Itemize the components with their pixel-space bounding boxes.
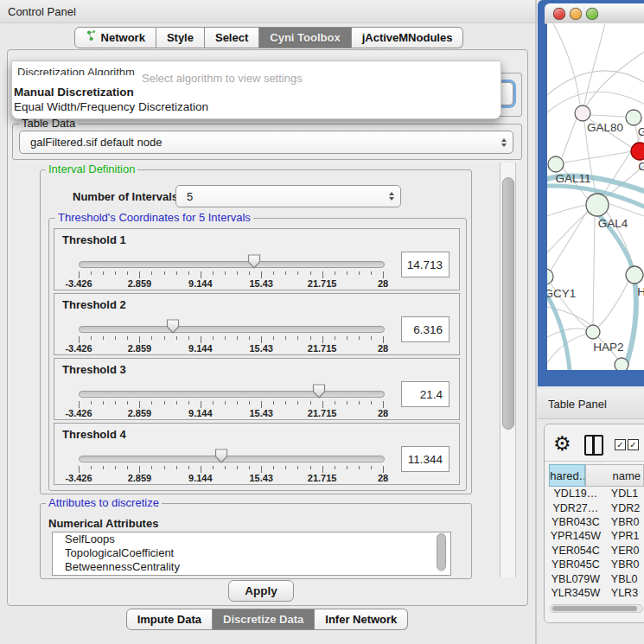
network-edge[interactable]	[547, 71, 644, 95]
zoom-traffic-light[interactable]	[586, 8, 598, 20]
close-traffic-light[interactable]	[553, 8, 565, 20]
table-row[interactable]: YPR145WYPR1	[549, 529, 644, 543]
network-node-g[interactable]	[626, 110, 641, 125]
cell-shared-name[interactable]: YDR27…	[549, 502, 603, 514]
network-node-unlabeled[interactable]	[615, 358, 628, 370]
network-node-hap2[interactable]	[586, 325, 600, 339]
threshold-value-field[interactable]: 11.344	[401, 446, 450, 472]
network-node-h[interactable]	[626, 266, 643, 284]
network-edge[interactable]	[562, 118, 577, 157]
cell-shared-name[interactable]: YPR145W	[549, 530, 603, 542]
checkbox-icon[interactable]: ✓	[628, 439, 639, 450]
cell-shared-name[interactable]: YIL052C	[549, 601, 603, 603]
cell-shared-name[interactable]: YBR045C	[549, 558, 603, 571]
threshold-value-field[interactable]: 14.713	[401, 252, 450, 277]
network-node-c[interactable]	[631, 143, 644, 160]
cell-name[interactable]: YLR3	[603, 587, 644, 599]
table-row[interactable]: YER054CYER0	[549, 544, 644, 558]
network-edge[interactable]	[547, 205, 586, 216]
network-edge[interactable]	[547, 212, 589, 252]
list-scrollbar[interactable]	[437, 533, 446, 572]
slider-track[interactable]	[79, 456, 385, 462]
cell-shared-name[interactable]: YDL19…	[549, 488, 603, 500]
network-edge[interactable]	[553, 23, 580, 105]
tab-impute-data[interactable]: Impute Data	[126, 609, 213, 630]
cell-shared-name[interactable]: YLR345W	[549, 587, 603, 599]
network-edge[interactable]	[598, 281, 628, 327]
slider-track[interactable]	[79, 261, 385, 268]
network-node-gal4[interactable]	[586, 194, 609, 216]
network-edge[interactable]	[586, 52, 644, 106]
network-edge[interactable]	[547, 92, 644, 112]
table-row[interactable]: YIL052CYIL0	[549, 600, 644, 603]
network-edge-thick[interactable]	[624, 279, 636, 370]
network-node-gal11[interactable]	[548, 156, 564, 172]
table-row[interactable]: YBR045CYBR0	[549, 558, 644, 571]
slider-track[interactable]	[79, 391, 385, 398]
checkbox-icon[interactable]: ✓	[615, 439, 626, 450]
network-edge[interactable]	[593, 216, 595, 325]
split-panel-icon[interactable]	[584, 435, 603, 456]
slider-thumb[interactable]	[247, 254, 261, 272]
tab-cyni-toolbox[interactable]: Cyni Toolbox	[259, 27, 351, 48]
tab-discretize-data[interactable]: Discretize Data	[213, 609, 315, 630]
column-header-shared-name[interactable]: shared…	[549, 464, 585, 487]
cell-shared-name[interactable]: YER054C	[549, 545, 603, 557]
dropdown-item-equal-width-frequency[interactable]: Equal Width/Frequency Discretization	[14, 100, 208, 113]
threshold-value-field[interactable]: 21.4	[401, 381, 450, 407]
network-graph[interactable]: GAL80GCGAL11GAL4GCY1HHAP2	[547, 23, 644, 370]
slider-thumb[interactable]	[214, 449, 228, 467]
panel-scrollbar-thumb[interactable]	[502, 177, 514, 430]
cell-name[interactable]: YER0	[603, 545, 644, 557]
numerical-attributes-list[interactable]: SelfLoopsTopologicalCoefficientBetweenne…	[52, 532, 451, 576]
tab-jactivemnodules[interactable]: jActiveMNodules	[352, 27, 464, 48]
list-scrollbar-thumb[interactable]	[437, 533, 446, 571]
network-edge[interactable]	[590, 115, 626, 117]
table-row[interactable]: YBL079WYBL0	[549, 571, 644, 585]
cell-name[interactable]: YBL0	[603, 573, 644, 585]
tick-label: 9.144	[188, 343, 213, 354]
tab-infer-network[interactable]: Infer Network	[315, 609, 408, 630]
network-edge[interactable]	[551, 210, 588, 271]
network-edge[interactable]	[564, 151, 632, 163]
dropdown-item-manual-discretization[interactable]: Manual Discretization	[14, 86, 134, 99]
network-node-gal80[interactable]	[575, 105, 590, 121]
slider-track[interactable]	[79, 326, 385, 333]
cell-name[interactable]: YPR1	[603, 530, 644, 542]
minimize-traffic-light[interactable]	[570, 8, 582, 20]
table-hscrollbar-thumb[interactable]	[552, 606, 637, 611]
table-row[interactable]: YDR27…YDR2	[549, 501, 644, 514]
cell-name[interactable]: YIL0	[603, 601, 644, 603]
threshold-value-field[interactable]: 6.316	[401, 316, 450, 342]
tick-label: -3.426	[65, 343, 92, 354]
tab-network[interactable]: Network	[74, 27, 156, 48]
network-node-gcy1[interactable]	[547, 269, 553, 284]
cell-name[interactable]: YDR2	[603, 502, 644, 514]
cell-name[interactable]: YBR0	[603, 558, 644, 571]
attribute-item-selfloops[interactable]: SelfLoops	[53, 532, 450, 546]
tab-style[interactable]: Style	[156, 27, 205, 48]
settings-gear-icon[interactable]: ⚙	[553, 430, 571, 456]
attribute-item-topologicalcoefficient[interactable]: TopologicalCoefficient	[53, 546, 450, 560]
slider-thumb[interactable]	[166, 319, 180, 337]
table-row[interactable]: YDL19…YDL1	[549, 487, 644, 501]
panel-scrollbar[interactable]	[500, 163, 516, 577]
number-of-intervals-combobox[interactable]: 5	[175, 185, 401, 207]
cell-shared-name[interactable]: YBR043C	[549, 516, 603, 528]
slider-thumb[interactable]	[312, 384, 326, 402]
column-header-name[interactable]: name	[585, 464, 644, 487]
tab-select[interactable]: Select	[205, 27, 259, 48]
table-row[interactable]: YBR043CYBR0	[549, 515, 644, 529]
attribute-item-betweennesscentrality[interactable]: BetweennessCentrality	[53, 560, 450, 574]
apply-button[interactable]: Apply	[228, 580, 294, 602]
table-hscrollbar[interactable]	[550, 604, 643, 613]
threshold-label: Threshold 3	[62, 363, 126, 376]
table-row[interactable]: YLR345WYLR3	[549, 586, 644, 600]
cell-name[interactable]: YDL1	[603, 488, 644, 500]
table-data-combobox[interactable]: galFiltered.sif default node	[19, 131, 513, 154]
tick-label: 21.715	[308, 408, 337, 418]
table-panel-titlebar: Table Panel	[538, 389, 644, 419]
minor-tick	[213, 336, 214, 340]
cell-shared-name[interactable]: YBL079W	[549, 573, 603, 585]
cell-name[interactable]: YBR0	[603, 516, 644, 528]
